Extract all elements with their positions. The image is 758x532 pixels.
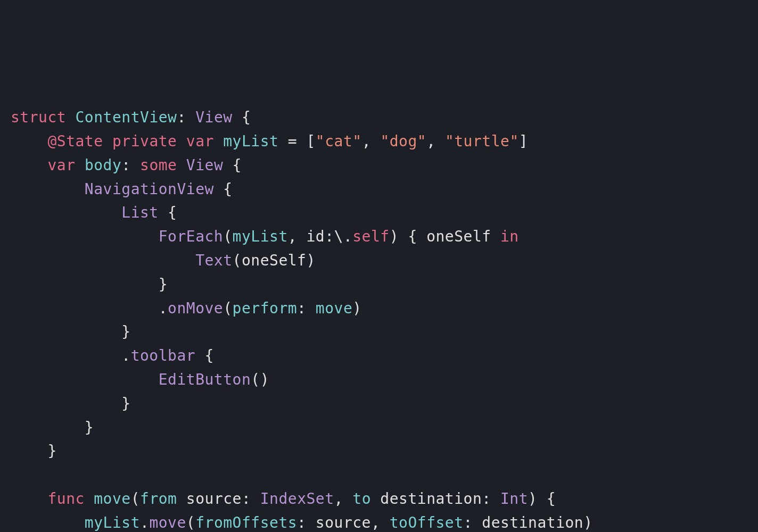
code-line-16: [11, 463, 747, 487]
code-line-8: }: [11, 273, 747, 297]
code-line-1: struct ContentView: View {: [11, 106, 747, 130]
code-line-15: }: [11, 439, 747, 463]
code-line-12: EditButton(): [11, 368, 747, 392]
code-line-10: }: [11, 320, 747, 344]
code-line-9: .onMove(perform: move): [11, 297, 747, 321]
code-line-2: @State private var myList = ["cat", "dog…: [11, 130, 747, 154]
code-line-5: List {: [11, 201, 747, 225]
code-editor[interactable]: struct ContentView: View { @State privat…: [11, 106, 747, 532]
code-line-11: .toolbar {: [11, 344, 747, 368]
code-line-13: }: [11, 392, 747, 416]
code-line-6: ForEach(myList, id:\.self) { oneSelf in: [11, 225, 747, 249]
code-line-14: }: [11, 416, 747, 440]
code-line-7: Text(oneSelf): [11, 249, 747, 273]
code-line-4: NavigationView {: [11, 178, 747, 202]
code-line-3: var body: some View {: [11, 154, 747, 178]
code-line-18: myList.move(fromOffsets: source, toOffse…: [11, 511, 747, 532]
code-line-17: func move(from source: IndexSet, to dest…: [11, 487, 747, 511]
